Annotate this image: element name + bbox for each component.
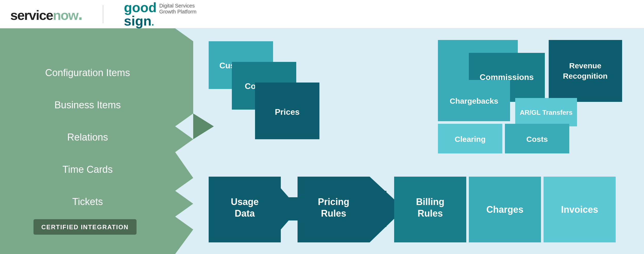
usage-data-label2: Data bbox=[235, 208, 255, 219]
usage-data-label1: Usage bbox=[231, 196, 259, 207]
svg-rect-1 bbox=[355, 191, 386, 227]
goodsign-tagline1: Digital Services bbox=[159, 3, 196, 9]
business-items-label: Business Items bbox=[54, 100, 121, 110]
servicenow-logo: servicenow. bbox=[10, 5, 82, 24]
logo-divider bbox=[103, 5, 103, 23]
goodsign-tagline2: Growth Platform bbox=[159, 9, 196, 15]
config-items-label: Configuration Items bbox=[45, 67, 130, 78]
header: servicenow. good sign. Digital Services … bbox=[0, 0, 644, 28]
goodsign-logo: good sign. Digital Services Growth Platf… bbox=[124, 1, 197, 28]
tickets-label: Tickets bbox=[72, 196, 103, 207]
argl-label: AR/GL Transfers bbox=[520, 109, 573, 116]
costs-label: Costs bbox=[526, 135, 548, 143]
main-area: Configuration Items Business Items Relat… bbox=[0, 28, 644, 254]
pricing-rules-label1: Pricing bbox=[318, 196, 349, 207]
time-cards-label: Time Cards bbox=[63, 164, 113, 175]
invoices-label: Invoices bbox=[561, 204, 598, 215]
relations-label: Relations bbox=[67, 132, 108, 143]
charges-label: Charges bbox=[486, 204, 523, 215]
clearing-label: Clearing bbox=[455, 135, 486, 143]
svg-rect-0 bbox=[281, 197, 299, 220]
certified-badge-text: CERTIFIED INTEGRATION bbox=[41, 224, 129, 231]
prices-label: Prices bbox=[275, 107, 300, 117]
chargebacks-label: Chargebacks bbox=[450, 97, 498, 105]
revenue-rec-label1: Revenue bbox=[569, 61, 601, 70]
revenue-rec-box bbox=[549, 40, 622, 102]
billing-rules-label1: Billing bbox=[416, 196, 444, 207]
revenue-rec-label2: Recognition bbox=[563, 72, 607, 80]
left-arrow-tip1 bbox=[193, 113, 214, 139]
billing-rules-label2: Rules bbox=[418, 208, 443, 219]
pricing-rules-label2: Rules bbox=[321, 208, 346, 219]
